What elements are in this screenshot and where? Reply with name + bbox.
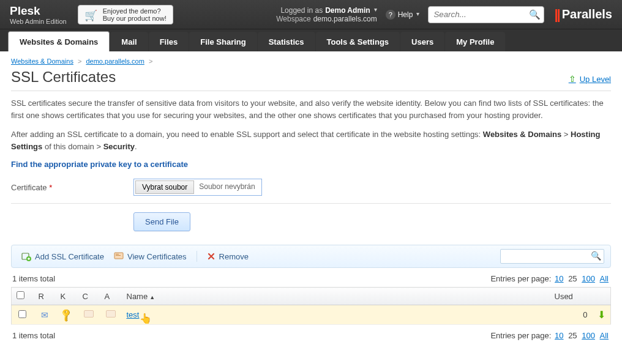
table-row[interactable]: ✉ 🔑 test 👆 0 ⬇ (12, 305, 611, 325)
remove-button[interactable]: Remove (203, 250, 252, 263)
logged-in-user[interactable]: Demo Admin (325, 6, 370, 15)
select-all-checkbox[interactable] (17, 291, 24, 299)
parallels-text: Parallels (562, 7, 612, 21)
breadcrumb: Websites & Domains > demo.parallels.com … (11, 58, 611, 65)
col-c[interactable]: C (78, 288, 100, 305)
help-label: Help (398, 10, 413, 19)
up-level-link[interactable]: ⇧ Up Level (569, 74, 611, 84)
epp-option[interactable]: 10 (555, 274, 563, 283)
list-search[interactable]: 🔍 (500, 249, 604, 264)
chevron-down-icon[interactable]: ▾ (374, 6, 377, 13)
page-description: SSL certificates secure the transfer of … (11, 97, 611, 121)
view-certificates-button[interactable]: View Certificates (110, 250, 190, 263)
tab-statistics[interactable]: Statistics (258, 32, 315, 51)
cert-name-link[interactable]: test (127, 310, 140, 319)
list-search-input[interactable] (500, 249, 604, 264)
cert-icon (84, 310, 94, 318)
send-file-button[interactable]: Send File (133, 212, 190, 231)
brand-block: Plesk Web Admin Edition (10, 4, 67, 25)
brand-subtitle: Web Admin Edition (10, 18, 67, 25)
epp-option[interactable]: 100 (582, 274, 595, 283)
tab-users[interactable]: Users (400, 32, 444, 51)
epp-option[interactable]: 100 (582, 331, 595, 340)
parallels-logo: || Parallels (554, 7, 612, 23)
primary-nav: Websites & Domains Mail Files File Shari… (0, 29, 622, 51)
col-download (593, 288, 611, 305)
certificate-label: Certificate * (11, 183, 133, 192)
breadcrumb-sep: > (149, 58, 152, 65)
promo-line-2: Buy our product now! (103, 15, 167, 22)
breadcrumb-sep: > (78, 58, 81, 65)
promo-box[interactable]: 🛒 Enjoyed the demo? Buy our product now! (78, 5, 173, 24)
svg-rect-3 (116, 254, 119, 254)
breadcrumb-item[interactable]: Websites & Domains (11, 58, 73, 65)
find-key-link[interactable]: Find the appropriate private key to a ce… (11, 160, 611, 169)
parallels-bars-icon: || (554, 7, 559, 23)
toolbar-separator (197, 251, 197, 262)
cursor-hand-icon: 👆 (140, 313, 152, 324)
arrow-up-icon: ⇧ (569, 74, 576, 84)
epp-option[interactable]: 10 (555, 331, 563, 340)
help-menu[interactable]: ? Help ▾ (386, 10, 420, 20)
col-a[interactable]: A (100, 288, 122, 305)
csr-icon: ✉ (41, 310, 48, 320)
search-icon[interactable]: 🔍 (591, 251, 601, 261)
up-level-label: Up Level (580, 75, 611, 84)
cert-used-count: 0 (550, 305, 593, 325)
tab-files[interactable]: Files (149, 32, 189, 51)
webspace-name[interactable]: demo.parallels.com (313, 15, 377, 23)
brand-title: Plesk (10, 4, 67, 18)
row-checkbox[interactable] (18, 310, 26, 318)
items-total-bottom: 1 items total (12, 331, 55, 340)
col-r[interactable]: R (34, 288, 56, 305)
entries-per-page-bottom: Entries per page: 10 25 100 All (490, 331, 610, 340)
webspace-prefix: Webspace (276, 15, 310, 23)
help-icon: ? (386, 10, 395, 20)
logged-in-prefix: Logged in as (280, 6, 323, 15)
search-icon[interactable]: 🔍 (529, 9, 541, 20)
download-icon[interactable]: ⬇ (598, 310, 605, 320)
view-cert-icon (114, 252, 124, 261)
promo-line-1: Enjoyed the demo? (103, 7, 167, 15)
remove-icon (207, 252, 215, 261)
cart-icon: 🛒 (84, 9, 98, 20)
key-icon: 🔑 (58, 306, 74, 322)
epp-option-selected[interactable]: 25 (568, 274, 577, 283)
tab-my-profile[interactable]: My Profile (445, 32, 505, 51)
epp-option[interactable]: All (600, 331, 609, 340)
tab-mail[interactable]: Mail (110, 32, 148, 51)
choose-file-button[interactable]: Vybrat soubor (135, 180, 194, 194)
tab-file-sharing[interactable]: File Sharing (189, 32, 257, 51)
page-description-2: After adding an SSL certificate to a dom… (11, 128, 611, 152)
global-search[interactable]: 🔍 (428, 6, 544, 23)
search-input[interactable] (428, 6, 544, 23)
col-used[interactable]: Used (550, 288, 593, 305)
file-status: Soubor nevybrán (194, 180, 260, 194)
col-name[interactable]: Name▲ (122, 288, 550, 305)
col-k[interactable]: K (56, 288, 78, 305)
entries-per-page-top: Entries per page: 10 25 100 All (490, 274, 610, 283)
svg-rect-4 (116, 255, 121, 256)
ssl-cert-table: R K C A Name▲ Used ✉ 🔑 test 👆 0 (11, 287, 611, 325)
items-total-top: 1 items total (12, 274, 55, 283)
page-title: SSL Certificates (11, 69, 569, 86)
file-picker[interactable]: Vybrat soubor Soubor nevybrán (133, 179, 262, 196)
tab-websites-domains[interactable]: Websites & Domains (8, 31, 110, 51)
add-ssl-button[interactable]: Add SSL Certificate (18, 250, 108, 263)
epp-option-selected[interactable]: 25 (568, 331, 577, 340)
ca-cert-icon (106, 310, 116, 318)
add-cert-icon (21, 251, 31, 261)
tab-tools-settings[interactable]: Tools & Settings (316, 32, 400, 51)
col-checkbox[interactable] (12, 288, 34, 305)
chevron-down-icon: ▾ (416, 10, 419, 17)
epp-option[interactable]: All (600, 274, 609, 283)
sort-asc-icon: ▲ (149, 294, 155, 300)
breadcrumb-item[interactable]: demo.parallels.com (86, 58, 144, 65)
login-info: Logged in as Demo Admin ▾ Webspace demo.… (276, 6, 377, 23)
list-toolbar: Add SSL Certificate View Certificates Re… (11, 245, 611, 268)
